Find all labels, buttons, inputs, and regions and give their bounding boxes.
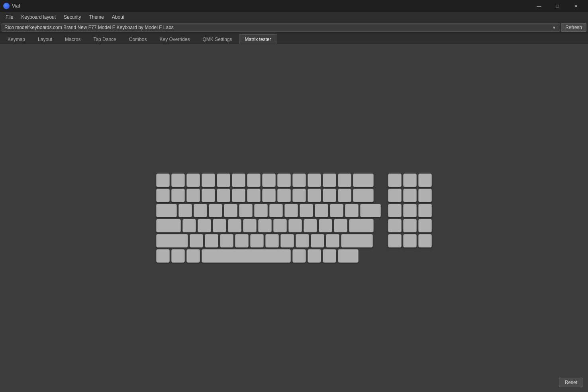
key-backspace2[interactable] xyxy=(353,189,374,202)
key-pgdn[interactable] xyxy=(418,204,432,217)
key-f10[interactable] xyxy=(308,174,321,187)
key-scrlk[interactable] xyxy=(403,174,417,187)
key-0[interactable] xyxy=(308,189,321,202)
key-7[interactable] xyxy=(262,189,276,202)
key-e[interactable] xyxy=(209,204,222,217)
maximize-button[interactable]: □ xyxy=(548,0,566,12)
key-blank1[interactable] xyxy=(388,219,402,232)
minimize-button[interactable]: — xyxy=(530,0,548,12)
key-t[interactable] xyxy=(239,204,253,217)
refresh-button[interactable]: Refresh xyxy=(561,23,586,32)
key-i[interactable] xyxy=(284,204,298,217)
device-select[interactable]: Rico modelfkeyboards.com Brand New F77 M… xyxy=(2,23,560,32)
key-space[interactable] xyxy=(202,249,291,263)
key-ralt[interactable] xyxy=(292,249,306,263)
tab-keymap[interactable]: Keymap xyxy=(2,34,31,44)
tab-tap-dance[interactable]: Tap Dance xyxy=(87,34,122,44)
key-f9[interactable] xyxy=(292,174,306,187)
key-blank2[interactable] xyxy=(418,219,432,232)
key-rbracket[interactable] xyxy=(345,204,359,217)
key-semi[interactable] xyxy=(319,219,332,232)
key-8[interactable] xyxy=(277,189,291,202)
key-r[interactable] xyxy=(224,204,237,217)
key-f3[interactable] xyxy=(202,174,215,187)
key-fn[interactable] xyxy=(308,249,321,263)
key-right[interactable] xyxy=(418,234,432,248)
key-enter2[interactable] xyxy=(349,219,374,232)
key-caps[interactable] xyxy=(156,219,181,232)
key-lshift[interactable] xyxy=(156,234,188,248)
key-c[interactable] xyxy=(220,234,233,248)
key-f12[interactable] xyxy=(338,174,351,187)
key-comma[interactable] xyxy=(296,234,309,248)
tab-combos[interactable]: Combos xyxy=(123,34,153,44)
menu-security[interactable]: Security xyxy=(60,13,85,21)
close-button[interactable]: ✕ xyxy=(566,0,585,12)
tab-qmk-settings[interactable]: QMK Settings xyxy=(197,34,238,44)
reset-button[interactable]: Reset xyxy=(559,378,583,387)
tab-matrix-tester[interactable]: Matrix tester xyxy=(239,34,277,44)
key-5[interactable] xyxy=(232,189,245,202)
key-v[interactable] xyxy=(235,234,249,248)
key-f2[interactable] xyxy=(186,174,200,187)
key-left[interactable] xyxy=(388,234,402,248)
key-del[interactable] xyxy=(388,204,402,217)
key-quote[interactable] xyxy=(334,219,347,232)
key-x[interactable] xyxy=(205,234,218,248)
key-f7[interactable] xyxy=(262,174,276,187)
key-lctrl[interactable] xyxy=(156,249,170,263)
key-a[interactable] xyxy=(182,219,196,232)
key-pause[interactable] xyxy=(418,174,432,187)
key-j[interactable] xyxy=(273,219,287,232)
menu-keyboard-layout[interactable]: Keyboard layout xyxy=(17,13,60,21)
key-lwin[interactable] xyxy=(171,249,185,263)
key-m[interactable] xyxy=(280,234,294,248)
key-tab[interactable] xyxy=(156,204,177,217)
key-period[interactable] xyxy=(311,234,324,248)
key-esc[interactable] xyxy=(156,174,170,187)
key-lalt[interactable] xyxy=(186,249,200,263)
key-f5[interactable] xyxy=(232,174,245,187)
key-f11[interactable] xyxy=(323,174,336,187)
key-k[interactable] xyxy=(288,219,302,232)
menu-theme[interactable]: Theme xyxy=(85,13,108,21)
key-home[interactable] xyxy=(403,189,417,202)
key-u[interactable] xyxy=(269,204,283,217)
tab-layout[interactable]: Layout xyxy=(32,34,58,44)
key-equal[interactable] xyxy=(338,189,351,202)
key-d[interactable] xyxy=(213,219,226,232)
key-1[interactable] xyxy=(171,189,185,202)
key-6[interactable] xyxy=(247,189,261,202)
key-rshift[interactable] xyxy=(341,234,373,248)
key-f4[interactable] xyxy=(217,174,230,187)
key-lbracket[interactable] xyxy=(330,204,343,217)
key-p[interactable] xyxy=(315,204,328,217)
key-f6[interactable] xyxy=(247,174,261,187)
key-3[interactable] xyxy=(202,189,215,202)
key-h[interactable] xyxy=(258,219,272,232)
key-f1[interactable] xyxy=(171,174,185,187)
key-end[interactable] xyxy=(403,204,417,217)
key-q[interactable] xyxy=(178,204,192,217)
key-backspace[interactable] xyxy=(353,174,374,187)
menu-file[interactable]: File xyxy=(2,13,17,21)
key-rctrl[interactable] xyxy=(323,249,336,263)
key-enter[interactable] xyxy=(360,204,381,217)
key-f8[interactable] xyxy=(277,174,291,187)
key-slash[interactable] xyxy=(326,234,339,248)
menu-about[interactable]: About xyxy=(108,13,128,21)
key-l[interactable] xyxy=(304,219,317,232)
key-z[interactable] xyxy=(190,234,203,248)
key-pgup[interactable] xyxy=(418,189,432,202)
key-up[interactable] xyxy=(403,219,417,232)
key-o[interactable] xyxy=(300,204,313,217)
key-g[interactable] xyxy=(243,219,257,232)
key-9[interactable] xyxy=(292,189,306,202)
tab-key-overrides[interactable]: Key Overrides xyxy=(153,34,196,44)
key-2[interactable] xyxy=(186,189,200,202)
key-4[interactable] xyxy=(217,189,230,202)
key-ins[interactable] xyxy=(388,189,402,202)
key-f[interactable] xyxy=(228,219,241,232)
key-y[interactable] xyxy=(254,204,268,217)
key-minus[interactable] xyxy=(323,189,336,202)
